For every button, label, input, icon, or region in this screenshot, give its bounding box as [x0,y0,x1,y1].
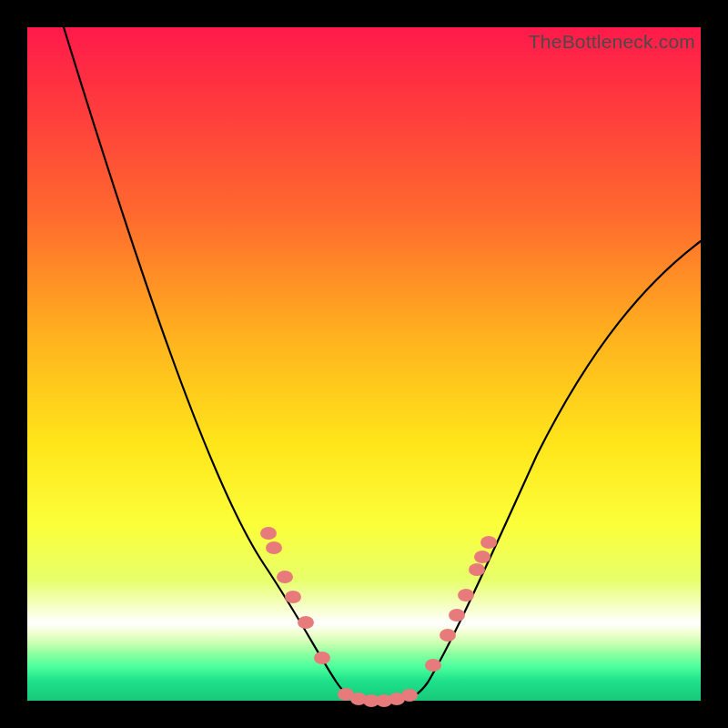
curve-marker [285,591,301,603]
curve-marker [458,589,474,602]
curve-markers [260,527,497,707]
curve-marker [440,629,456,642]
curve-marker [449,609,465,622]
curve-marker [401,689,418,702]
chart-stage: TheBottleneck.com [0,0,728,728]
plot-area: TheBottleneck.com [27,27,701,701]
curve-marker [298,616,314,629]
curve-marker [425,659,441,672]
curve-marker [469,563,485,576]
curve-marker [474,551,490,563]
curve-marker [260,527,277,540]
curve-marker [314,652,330,664]
curve-marker [277,571,293,583]
curve-marker [480,536,497,549]
curve-layer [27,27,701,701]
curve-marker [266,541,282,554]
bottleneck-curve [64,27,701,701]
